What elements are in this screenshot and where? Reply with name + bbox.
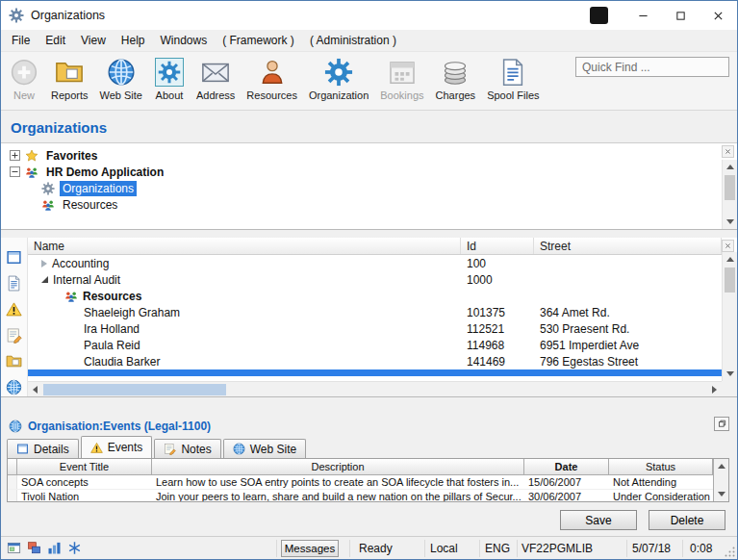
status-time: 0:08: [690, 542, 712, 555]
warning-icon[interactable]: [6, 301, 22, 318]
grid-row[interactable]: Accounting 100: [28, 255, 722, 271]
dark-square-button[interactable]: [590, 7, 608, 24]
toolbar-about-button[interactable]: About: [148, 55, 191, 104]
tree-item-organizations[interactable]: Organizations: [1, 180, 737, 196]
column-header-street[interactable]: Street: [534, 238, 722, 254]
toolbar-resources-button[interactable]: Resources: [241, 55, 303, 104]
scroll-down-button[interactable]: [723, 215, 737, 229]
column-header-event-title[interactable]: Event Title: [17, 459, 152, 475]
tree-item-label: Favorites: [43, 148, 100, 164]
menu-file[interactable]: File: [4, 31, 38, 50]
scrollbar-thumb[interactable]: [725, 175, 735, 200]
asterisk-icon[interactable]: [67, 541, 82, 555]
row-selector[interactable]: [8, 490, 17, 502]
tab-notes[interactable]: Notes: [154, 439, 220, 458]
scroll-down-button[interactable]: [714, 487, 728, 501]
tab-web-site[interactable]: Web Site: [223, 439, 306, 458]
status-ready: Ready: [359, 542, 393, 555]
folder-icon[interactable]: [6, 353, 22, 369]
grid-row[interactable]: Ira Holland 112521 530 Praesent Rd.: [28, 320, 722, 337]
tree-panel-close-button[interactable]: [722, 145, 734, 158]
menu-help[interactable]: Help: [114, 31, 153, 50]
menu-view[interactable]: View: [73, 31, 114, 50]
bar-chart-icon[interactable]: [47, 541, 62, 555]
tab-details[interactable]: Details: [7, 439, 79, 458]
messages-button[interactable]: Messages: [281, 540, 339, 557]
globe-icon[interactable]: [6, 379, 22, 395]
grid-row[interactable]: Internal Audit 1000: [28, 271, 722, 288]
scroll-down-button[interactable]: [723, 367, 737, 381]
scroll-up-button[interactable]: [723, 252, 737, 267]
column-header-date[interactable]: Date: [524, 459, 609, 475]
quick-find-input[interactable]: [575, 57, 729, 77]
document-icon[interactable]: [6, 275, 22, 292]
note-icon: [164, 443, 176, 455]
scrollbar-thumb[interactable]: [43, 384, 226, 395]
expand-plus-icon[interactable]: [10, 150, 20, 161]
scrollbar-thumb[interactable]: [725, 267, 735, 293]
toolbar-organization-button[interactable]: Organization: [303, 55, 374, 104]
tree-item-favorites[interactable]: Favorites: [1, 147, 737, 164]
delete-button[interactable]: Delete: [649, 510, 725, 530]
grid-vertical-scrollbar[interactable]: [722, 252, 737, 381]
window-icon[interactable]: [7, 541, 21, 555]
menu-windows[interactable]: Windows: [153, 31, 216, 50]
toolbar-new-button[interactable]: New: [3, 55, 45, 104]
scroll-up-button[interactable]: [723, 160, 737, 174]
toolbar-spoolfiles-label: Spool Files: [487, 89, 539, 101]
events-vertical-scrollbar[interactable]: [713, 459, 728, 501]
toolbar-address-button[interactable]: Address: [191, 55, 241, 104]
menu-framework[interactable]: ( Framework ): [215, 31, 302, 50]
expander-collapsed-icon[interactable]: [41, 260, 47, 267]
column-header-status[interactable]: Status: [609, 459, 713, 475]
organizations-grid: Name Id Street Accounting 100 Internal A…: [28, 238, 722, 381]
splitter[interactable]: [1, 397, 737, 410]
grid-panel-close-button[interactable]: [722, 240, 734, 252]
grid-row[interactable]: Claudia Barker 141469 796 Egestas Street: [28, 353, 722, 369]
grid-row[interactable]: Paula Reid 114968 6951 Imperdiet Ave: [28, 337, 722, 353]
minimize-button[interactable]: [624, 2, 662, 30]
tree-item-label: Resources: [60, 197, 120, 213]
maximize-button[interactable]: [662, 2, 700, 30]
resize-grip[interactable]: [724, 546, 736, 558]
cell-street: 6951 Imperdiet Ave: [540, 339, 639, 352]
column-header-description[interactable]: Description: [152, 459, 524, 475]
caption-buttons: [590, 1, 737, 30]
statusbar-icons: [7, 541, 82, 555]
menu-edit[interactable]: Edit: [38, 31, 73, 50]
tree-vertical-scrollbar[interactable]: [722, 160, 737, 229]
toolbar-website-button[interactable]: Web Site: [94, 55, 148, 104]
tree-item-hr-demo-application[interactable]: HR Demo Application: [1, 164, 737, 180]
scroll-left-button[interactable]: [28, 386, 42, 394]
toolbar-bookings-button[interactable]: Bookings: [374, 55, 429, 104]
tab-events[interactable]: Events: [81, 436, 153, 458]
toolbar-reports-button[interactable]: Reports: [45, 55, 94, 104]
form-icon[interactable]: [6, 249, 22, 266]
column-header-name[interactable]: Name: [28, 238, 461, 254]
toolbar-charges-button[interactable]: Charges: [430, 55, 482, 104]
tree-item-resources[interactable]: Resources: [1, 196, 737, 213]
scroll-up-button[interactable]: [714, 459, 728, 473]
selected-row-partial[interactable]: [28, 369, 722, 376]
expander-expanded-icon[interactable]: [41, 276, 48, 283]
menu-administration[interactable]: ( Administration ): [302, 31, 404, 50]
scroll-right-button[interactable]: [707, 386, 722, 394]
grid-horizontal-scrollbar[interactable]: [28, 381, 722, 396]
cascade-windows-icon[interactable]: [27, 541, 41, 555]
collapse-minus-icon[interactable]: [10, 166, 20, 177]
row-selector[interactable]: [8, 475, 17, 489]
note-icon[interactable]: [6, 327, 22, 344]
grid-row[interactable]: Resources: [28, 288, 722, 304]
group-icon: [25, 165, 38, 179]
event-row[interactable]: SOA concepts Learn how to use SOA entry …: [8, 475, 713, 490]
detail-tabs: Details Events Notes Web Site: [1, 435, 737, 458]
save-button[interactable]: Save: [560, 510, 637, 530]
panel-restore-button[interactable]: [714, 417, 729, 431]
close-button[interactable]: [700, 2, 737, 30]
grid-row[interactable]: Shaeleigh Graham 101375 364 Amet Rd.: [28, 304, 722, 320]
event-row[interactable]: Tivoli Nation Join your peers to learn, …: [8, 490, 713, 502]
toolbar-spoolfiles-button[interactable]: Spool Files: [481, 55, 545, 104]
column-header-id[interactable]: Id: [461, 238, 534, 254]
splitter[interactable]: [1, 230, 737, 238]
cell-name: Internal Audit: [53, 273, 120, 287]
